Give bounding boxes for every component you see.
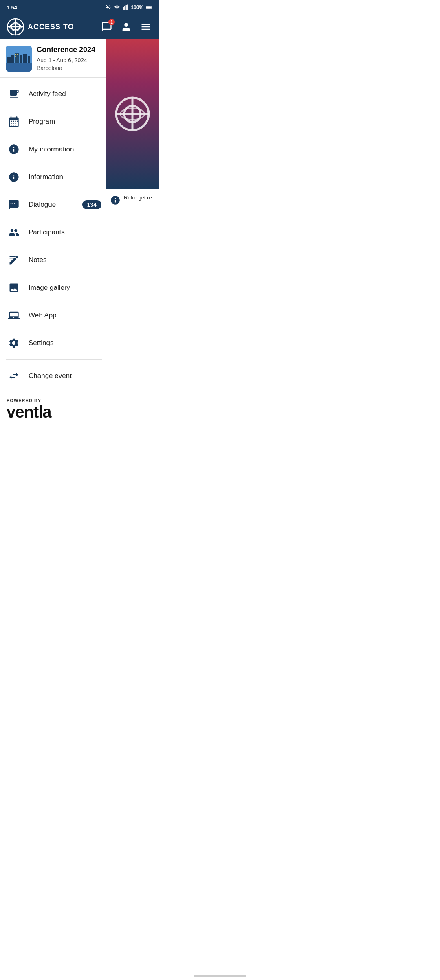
svg-rect-2: [152, 7, 152, 8]
info-preview-icon: [110, 195, 121, 206]
event-logo-overlay: [114, 96, 151, 132]
status-bar: 1:54 100%: [0, 0, 159, 15]
svg-rect-11: [7, 57, 11, 63]
conference-image: [6, 46, 32, 72]
info-preview-card: Refre get re: [106, 189, 159, 210]
menu-item-web-app[interactable]: Web App: [0, 302, 108, 329]
status-icons: 100%: [106, 4, 152, 10]
chat-button[interactable]: 1: [100, 20, 113, 33]
svg-rect-14: [20, 55, 22, 63]
svg-rect-25: [11, 122, 12, 123]
hamburger-menu-button[interactable]: [139, 20, 152, 33]
svg-rect-17: [15, 54, 16, 55]
conference-location: Barcelona: [37, 65, 102, 71]
svg-rect-26: [13, 122, 14, 123]
app-logo: ACCESS TO: [7, 18, 74, 36]
svg-rect-22: [13, 121, 14, 122]
chat-bubble-icon: [7, 197, 21, 212]
my-info-icon: [7, 142, 21, 157]
menu-item-change-event[interactable]: Change event: [0, 362, 108, 390]
menu-item-information[interactable]: Information: [0, 163, 108, 191]
svg-rect-16: [28, 56, 30, 63]
mute-icon: [106, 4, 111, 10]
svg-rect-23: [15, 121, 15, 122]
menu-list: Activity feed: [0, 78, 108, 430]
menu-item-settings[interactable]: Settings: [0, 329, 108, 357]
menu-item-activity-feed[interactable]: Activity feed: [0, 80, 108, 108]
nav-bar: ACCESS TO 1: [0, 15, 159, 39]
menu-item-dialogue[interactable]: Dialogue 134: [0, 191, 108, 219]
newspaper-icon: [7, 87, 21, 101]
battery-icon: [146, 5, 152, 10]
svg-rect-9: [6, 63, 32, 72]
svg-rect-29: [13, 125, 14, 125]
signal-icon: [123, 4, 128, 10]
time-display: 1:54: [7, 4, 17, 11]
profile-button[interactable]: [120, 20, 133, 33]
svg-rect-19: [15, 56, 16, 57]
settings-label: Settings: [29, 339, 53, 347]
information-label: Information: [29, 173, 63, 181]
nav-action-icons: 1: [100, 20, 152, 33]
notes-label: Notes: [29, 256, 46, 264]
image-gallery-label: Image gallery: [29, 284, 70, 292]
svg-rect-20: [24, 55, 24, 55]
right-panel: Refre get re: [106, 39, 159, 210]
svg-rect-12: [11, 55, 14, 63]
activity-feed-label: Activity feed: [29, 90, 66, 98]
logo-icon: [7, 18, 24, 36]
svg-rect-1: [146, 6, 151, 8]
edit-icon: [7, 253, 21, 267]
wifi-icon: [114, 4, 120, 10]
menu-divider: [6, 359, 102, 360]
battery-level: 100%: [131, 4, 143, 10]
gear-icon: [7, 336, 21, 350]
svg-rect-21: [11, 121, 12, 122]
change-event-label: Change event: [29, 372, 72, 380]
svg-rect-30: [15, 125, 15, 125]
event-banner: [106, 39, 159, 189]
menu-item-my-information[interactable]: My information: [0, 136, 108, 163]
conference-name: Conference 2024: [37, 46, 102, 55]
conference-dates: Aug 1 - Aug 6, 2024: [37, 56, 102, 65]
swap-icon: [7, 369, 21, 383]
group-icon: [7, 225, 21, 240]
powered-by-section: POWERED BY ventla: [0, 390, 108, 427]
app-title: ACCESS TO: [28, 23, 74, 31]
conference-info: Conference 2024 Aug 1 - Aug 6, 2024 Barc…: [37, 46, 102, 71]
powered-by-label: POWERED BY: [7, 398, 101, 403]
main-content: Conference 2024 Aug 1 - Aug 6, 2024 Barc…: [0, 39, 159, 430]
svg-rect-18: [17, 54, 18, 55]
svg-rect-24: [17, 121, 18, 122]
menu-item-notes[interactable]: Notes: [0, 246, 108, 274]
menu-panel: Conference 2024 Aug 1 - Aug 6, 2024 Barc…: [0, 39, 108, 430]
information-icon: [7, 170, 21, 184]
menu-item-image-gallery[interactable]: Image gallery: [0, 274, 108, 302]
info-preview-text: Refre get re: [124, 194, 152, 201]
monitor-icon: [7, 308, 21, 323]
calendar-icon: [7, 114, 21, 129]
dialogue-badge: 134: [82, 200, 101, 209]
menu-item-program[interactable]: Program: [0, 108, 108, 136]
conference-header: Conference 2024 Aug 1 - Aug 6, 2024 Barc…: [0, 39, 108, 78]
participants-label: Participants: [29, 228, 65, 236]
dialogue-label: Dialogue: [29, 201, 56, 209]
program-label: Program: [29, 118, 55, 126]
notification-badge: 1: [108, 19, 115, 25]
image-icon: [7, 280, 21, 295]
ventla-brand: ventla: [7, 403, 101, 421]
menu-item-participants[interactable]: Participants: [0, 219, 108, 246]
web-app-label: Web App: [29, 311, 57, 319]
svg-rect-27: [15, 122, 15, 123]
svg-rect-28: [11, 125, 12, 125]
my-information-label: My information: [29, 145, 74, 153]
